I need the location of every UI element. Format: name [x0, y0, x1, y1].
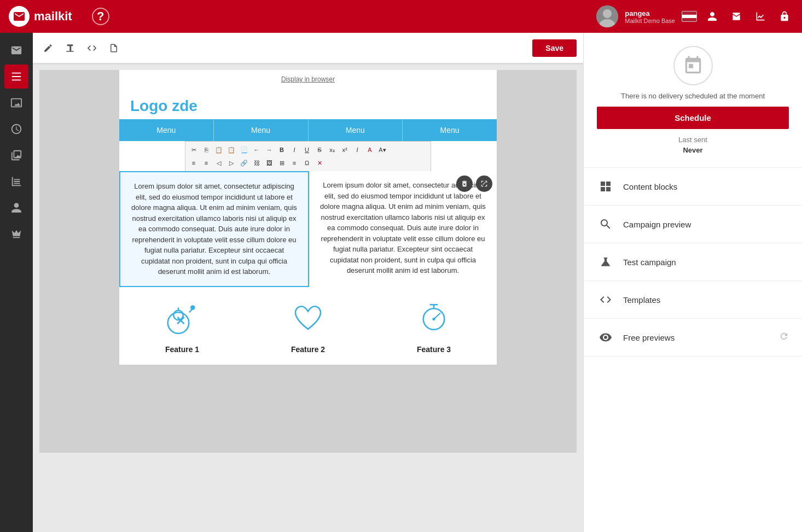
menu-item-1: Menu: [119, 119, 214, 141]
expand-block-btn[interactable]: [476, 176, 492, 192]
content-blocks-label: Content blocks: [623, 182, 677, 191]
sidebar-item-analytics[interactable]: [4, 117, 28, 141]
pencil-tool-btn[interactable]: [39, 39, 57, 57]
top-navbar: mailkit ? pangea Mailkit Demo Base: [0, 0, 802, 33]
content-blocks-icon: [597, 178, 614, 195]
rte-subscript[interactable]: x₂: [326, 144, 338, 156]
editor-toolbar: Save: [33, 33, 583, 63]
rte-ordered-list[interactable]: ≡: [188, 157, 200, 169]
right-panel: There is no delivery scheduled at the mo…: [583, 33, 802, 532]
user-info: pangea Mailkit Demo Base: [625, 9, 675, 24]
rte-bold[interactable]: B: [276, 144, 288, 156]
feature-1-icon: [163, 298, 201, 338]
rte-paste-special[interactable]: 📋: [225, 144, 237, 156]
rte-italic[interactable]: I: [288, 144, 300, 156]
test-campaign-item[interactable]: Test campaign: [584, 243, 802, 281]
stats-icon-btn[interactable]: [752, 8, 769, 25]
editor-panel: Save Display in browser Logo zde Menu Me…: [33, 33, 583, 532]
email-canvas-wrapper[interactable]: Display in browser Logo zde Menu Menu Me…: [33, 63, 583, 532]
main-area: Save Display in browser Logo zde Menu Me…: [33, 33, 802, 532]
refresh-icon[interactable]: [779, 331, 789, 344]
logo-area: mailkit: [9, 6, 72, 27]
text-format-tool-btn[interactable]: [61, 39, 79, 57]
rte-italic2[interactable]: I: [351, 144, 363, 156]
content-blocks-item[interactable]: Content blocks: [584, 168, 802, 206]
rte-table[interactable]: ⊞: [276, 157, 288, 169]
campaign-preview-item[interactable]: Campaign preview: [584, 206, 802, 243]
rte-clear[interactable]: ✕: [313, 157, 326, 169]
user-icon-btn[interactable]: [704, 8, 721, 25]
rte-undo[interactable]: ←: [251, 144, 263, 156]
feature-2-label: Feature 2: [291, 345, 325, 354]
flag-icon[interactable]: [682, 11, 697, 22]
delete-block-btn[interactable]: [456, 176, 473, 192]
user-avatar: [596, 5, 618, 27]
display-in-browser[interactable]: Display in browser: [119, 70, 497, 89]
templates-item[interactable]: Templates: [584, 281, 802, 319]
sidebar-item-email[interactable]: [4, 38, 28, 62]
sidebar-item-gallery[interactable]: [4, 143, 28, 167]
display-in-browser-link[interactable]: Display in browser: [281, 75, 335, 83]
svg-point-7: [190, 305, 195, 310]
email-body: Display in browser Logo zde Menu Menu Me…: [119, 70, 497, 365]
rte-underline[interactable]: U: [301, 144, 313, 156]
rte-indent-less[interactable]: ◁: [213, 157, 225, 169]
document-tool-btn[interactable]: [105, 39, 123, 57]
free-previews-icon: [597, 329, 614, 346]
rte-align[interactable]: ≡: [288, 157, 300, 169]
col-text-left[interactable]: Lorem ipsum dolor sit amet, consectetur …: [119, 171, 309, 287]
save-button[interactable]: Save: [532, 39, 577, 57]
lock-icon-btn[interactable]: [776, 8, 793, 25]
campaign-preview-icon: [597, 215, 614, 233]
last-sent-value: Never: [683, 146, 702, 154]
rte-copy[interactable]: ⎘: [200, 144, 212, 156]
two-col-content: Lorem ipsum dolor sit amet, consectetur …: [119, 171, 497, 287]
free-previews-item[interactable]: Free previews: [584, 319, 802, 356]
sidebar-item-images[interactable]: [4, 91, 28, 115]
rte-paste[interactable]: 📋: [213, 144, 225, 156]
rte-toolbar: ✂ ⎘ 📋 📋 📃 ← → B I U S: [185, 141, 431, 171]
svg-point-14: [432, 317, 435, 320]
code-tool-btn[interactable]: [83, 39, 101, 57]
last-sent-section: Last sent Never: [678, 136, 707, 154]
email-menu-bar: Menu Menu Menu Menu: [119, 119, 497, 141]
user-name: pangea: [625, 9, 675, 17]
rte-font-color[interactable]: A: [364, 144, 376, 156]
rte-unordered-list[interactable]: ≡: [200, 157, 212, 169]
feature-3-icon: [415, 298, 453, 338]
rte-strikethrough[interactable]: S: [313, 144, 326, 156]
menu-item-3: Menu: [309, 119, 403, 141]
templates-icon: [597, 291, 614, 308]
rte-paste-text[interactable]: 📃: [238, 144, 250, 156]
rte-indent-more[interactable]: ▷: [225, 157, 237, 169]
rte-bg-color[interactable]: A▾: [376, 144, 388, 156]
user-area: pangea Mailkit Demo Base: [596, 5, 793, 27]
rte-link[interactable]: 🔗: [238, 157, 250, 169]
free-previews-label: Free previews: [623, 333, 675, 342]
notifications-icon-btn[interactable]: [728, 8, 745, 25]
rte-cut[interactable]: ✂: [188, 144, 200, 156]
feature-col-3: Feature 3: [371, 298, 497, 354]
features-row: Feature 1 Feature 2: [119, 287, 497, 365]
menu-item-2: Menu: [214, 119, 309, 141]
sidebar-item-contacts[interactable]: [4, 196, 28, 220]
rte-redo[interactable]: →: [263, 144, 275, 156]
rte-image[interactable]: 🖼: [263, 157, 275, 169]
sidebar-item-crown[interactable]: [4, 222, 28, 246]
last-sent-label: Last sent: [678, 136, 707, 144]
block-actions: [456, 176, 492, 192]
help-button[interactable]: ?: [92, 8, 109, 25]
test-campaign-label: Test campaign: [623, 258, 676, 267]
rte-row-1: ✂ ⎘ 📋 📋 📃 ← → B I U S: [188, 144, 428, 156]
rte-superscript[interactable]: x²: [339, 144, 351, 156]
schedule-button[interactable]: Schedule: [597, 107, 789, 129]
schedule-section: There is no delivery scheduled at the mo…: [584, 33, 802, 168]
sidebar-item-reports[interactable]: [4, 169, 28, 194]
rte-row-2: ≡ ≡ ◁ ▷ 🔗 ⛓ 🖼 ⊞ ≡ Ω ✕: [188, 157, 428, 169]
left-sidebar: [0, 33, 33, 532]
feature-1-label: Feature 1: [165, 345, 199, 354]
sidebar-item-campaigns[interactable]: [4, 65, 28, 89]
rte-special-char[interactable]: Ω: [301, 157, 313, 169]
rte-unlink[interactable]: ⛓: [251, 157, 263, 169]
rte-wrapper: ✂ ⎘ 📋 📋 📃 ← → B I U S: [119, 141, 497, 287]
